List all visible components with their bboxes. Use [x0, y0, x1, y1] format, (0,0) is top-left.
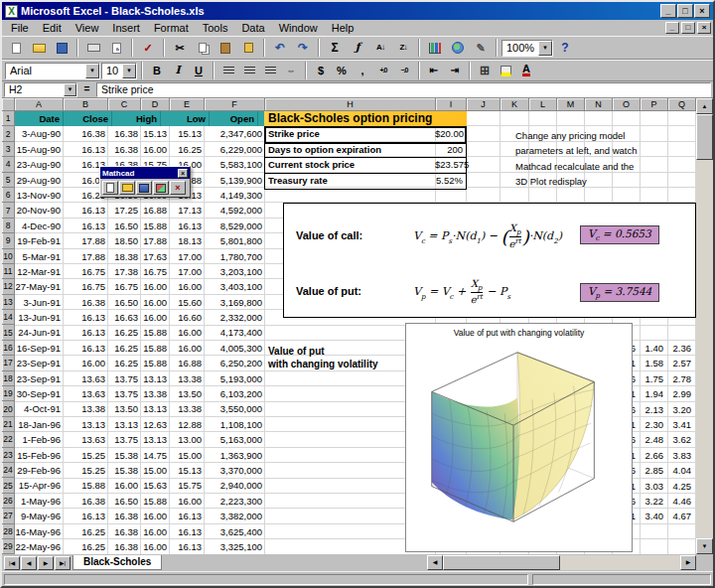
cell-high[interactable]: 18.38 — [108, 249, 141, 264]
sheet-tab[interactable]: Black-Scholes — [72, 555, 162, 570]
menu-item[interactable]: Insert — [105, 21, 147, 35]
cell-low[interactable]: 15.88 — [141, 325, 170, 340]
cell-close[interactable]: 16.13 — [64, 142, 108, 157]
cell-date[interactable]: 12-Mar-91 — [15, 264, 64, 279]
cell-close[interactable]: 16.13 — [64, 310, 108, 325]
toolbar-button[interactable]: ↶ — [269, 38, 291, 58]
cell-volume[interactable]: 4,592,000 — [205, 203, 265, 218]
zoom-combo[interactable]: 100%▼ — [501, 40, 553, 57]
column-header[interactable]: M — [557, 98, 585, 111]
row-header[interactable]: 7 — [2, 203, 15, 218]
menu-item[interactable]: Tools — [196, 21, 235, 35]
horizontal-scrollbar[interactable]: ◀ ▶ — [427, 555, 696, 570]
parameter-label[interactable]: Strike price — [265, 127, 435, 141]
row-header[interactable]: 24 — [2, 463, 15, 478]
row-header[interactable]: 18 — [2, 371, 15, 386]
table-row[interactable]: 16-May-96 16.25 16.38 16.00 16.13 3,625,… — [15, 524, 265, 539]
cells-layer[interactable]: DateCloseHighLowOpenVolume 3-Aug-90 16.3… — [15, 111, 696, 554]
cell-date[interactable]: 20-Nov-90 — [15, 203, 64, 218]
cell-date[interactable]: 15-Aug-90 — [15, 142, 64, 157]
column-header[interactable]: I — [436, 98, 467, 111]
toolbar-button[interactable]: ✂ — [169, 38, 191, 58]
cell-value[interactable]: 4.46 — [667, 494, 695, 509]
cell-close[interactable]: 16.38 — [64, 126, 108, 141]
cell-date[interactable]: 16-May-96 — [15, 524, 64, 539]
cell-value[interactable]: 2.48 — [640, 432, 667, 447]
menu-item[interactable]: Window — [272, 21, 325, 35]
cell-high[interactable]: 16.50 — [108, 219, 141, 233]
chevron-down-icon[interactable]: ▼ — [538, 41, 552, 56]
toolbar-button[interactable]: ⊞ — [475, 62, 495, 79]
tab-scroll-button[interactable]: ◀ — [21, 556, 37, 570]
toolbar-button[interactable] — [218, 62, 238, 79]
cell-volume[interactable]: 3,625,400 — [205, 524, 265, 539]
toolbar-button[interactable] — [239, 62, 259, 79]
cell-high[interactable]: 16.50 — [108, 494, 141, 509]
close-icon[interactable]: × — [178, 169, 188, 178]
cell-value[interactable]: 4.25 — [667, 479, 695, 494]
toolbar-button[interactable]: ✓ — [137, 38, 159, 58]
cell-high[interactable]: 16.63 — [108, 310, 141, 325]
cell-volume[interactable]: 3,203,100 — [205, 264, 265, 279]
cell-high[interactable]: 13.75 — [108, 432, 141, 447]
toolbar-button[interactable] — [192, 38, 214, 58]
chevron-down-icon[interactable]: ▼ — [85, 64, 99, 78]
parameter-row[interactable]: Strike price $20.00 — [265, 127, 466, 142]
cell-value[interactable]: 3.03 — [640, 479, 667, 494]
cell-volume[interactable]: 3,403,100 — [205, 279, 265, 294]
cell-close[interactable]: 15.88 — [64, 478, 108, 493]
parameter-value[interactable]: 200 — [435, 143, 466, 157]
scroll-left-icon[interactable]: ◀ — [427, 555, 443, 570]
toolbar-button[interactable]: ƒ — [347, 38, 368, 58]
toolbar-button[interactable] — [51, 38, 72, 58]
cell-close[interactable]: 17.88 — [64, 249, 108, 264]
cell-close[interactable]: 15.25 — [64, 448, 108, 463]
row-header[interactable]: 10 — [2, 249, 15, 264]
cell-high[interactable]: 17.38 — [108, 264, 141, 279]
cell-value[interactable]: 4.67 — [667, 509, 695, 523]
table-row[interactable]: 4-Dec-90 16.13 16.50 15.88 16.13 8,529,0… — [15, 219, 265, 233]
column-header[interactable]: F — [205, 98, 265, 111]
cell-low[interactable]: 16.00 — [141, 509, 170, 523]
chevron-down-icon[interactable]: ▼ — [122, 64, 136, 78]
cell-volume[interactable]: 6,229,000 — [205, 142, 265, 157]
parameter-label[interactable]: Days to option expiration — [265, 143, 435, 157]
cell-low[interactable]: 16.00 — [141, 142, 170, 157]
row-header[interactable]: 12 — [2, 279, 15, 294]
cell-close[interactable]: 16.38 — [64, 295, 108, 310]
cell-high[interactable]: 13.50 — [108, 401, 141, 416]
toolbar-button[interactable]: U — [189, 62, 209, 79]
parameter-value[interactable]: $20.00 — [435, 127, 466, 141]
cell-open[interactable]: 13.00 — [170, 432, 205, 447]
cell-volume[interactable]: 8,529,000 — [205, 219, 265, 233]
font-name-combo[interactable]: Arial▼ — [5, 63, 100, 79]
mathcad-embedded-object[interactable]: Value of call: Vc = Ps·N(d1) − (Xpert)·N… — [283, 203, 696, 318]
table-row[interactable]: 19-Feb-91 17.88 18.50 17.88 18.13 5,801,… — [15, 233, 265, 248]
cell-close[interactable]: 13.38 — [64, 401, 108, 416]
chevron-down-icon[interactable]: ▼ — [64, 83, 76, 96]
cell-open[interactable]: 13.38 — [170, 401, 205, 416]
cell-open[interactable]: 12.88 — [170, 417, 205, 432]
cell-open[interactable]: 16.13 — [170, 509, 205, 523]
cell-close[interactable]: 13.63 — [64, 386, 108, 401]
cell-volume[interactable]: 3,370,000 — [205, 463, 265, 478]
cell-date[interactable]: 15-Feb-96 — [15, 448, 64, 463]
table-row[interactable]: 18-Jan-96 13.13 13.13 12.63 12.88 1,108,… — [15, 417, 265, 432]
cell-date[interactable]: 23-Sep-91 — [15, 371, 64, 386]
toolbar-button[interactable]: % — [332, 62, 352, 79]
title-bar[interactable]: X Microsoft Excel - Black-Scholes.xls _□… — [2, 2, 713, 20]
cell-volume[interactable]: 6,250,200 — [205, 356, 265, 370]
vertical-scroll-thumb[interactable] — [696, 114, 713, 160]
select-all-corner[interactable] — [2, 98, 15, 111]
menu-item[interactable]: Format — [147, 21, 196, 35]
cell-open[interactable]: 15.13 — [170, 463, 205, 478]
cell-open[interactable]: 16.60 — [170, 310, 205, 325]
parameter-row[interactable]: Treasury rate 5.52% — [265, 174, 466, 189]
cell-low[interactable]: 15.13 — [141, 126, 170, 141]
cell-high[interactable]: 16.38 — [108, 509, 141, 523]
table-row[interactable]: 3-Jun-91 16.38 16.50 16.00 15.60 3,169,8… — [15, 295, 265, 310]
stock-table-header-cell[interactable]: Open — [210, 111, 258, 126]
cell-low[interactable]: 15.88 — [141, 219, 170, 233]
parameter-value[interactable]: $23.575 — [435, 158, 466, 172]
cell-value[interactable]: 2.57 — [667, 356, 695, 370]
